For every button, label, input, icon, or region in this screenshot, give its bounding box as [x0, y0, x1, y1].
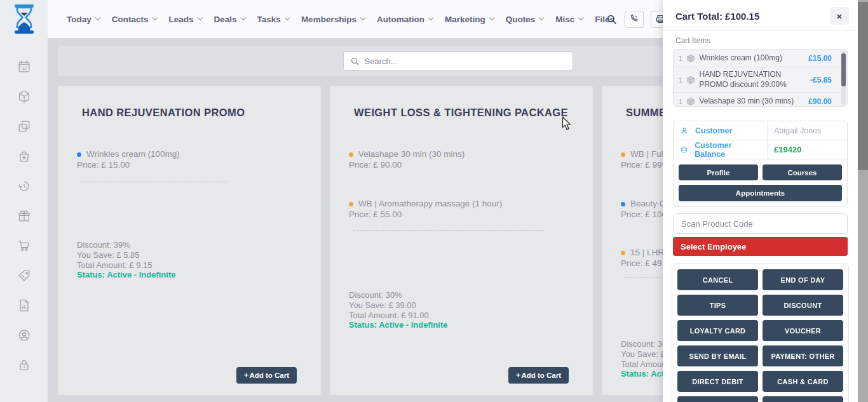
loyalty-card-button[interactable]: LOYALTY CARD	[677, 320, 758, 341]
direct-debit-button[interactable]: DIRECT DEBIT	[677, 371, 758, 392]
search-input[interactable]	[365, 57, 566, 66]
nav-item-leads[interactable]: Leads	[169, 15, 202, 24]
discount-line: Discount: 30%	[349, 290, 448, 300]
divider	[353, 230, 544, 231]
cancel-button[interactable]: CANCEL	[677, 269, 758, 290]
courses-button[interactable]: Courses	[763, 164, 842, 180]
sidebar-item-pos[interactable]	[16, 239, 32, 253]
nav-item-memberships[interactable]: Memberships	[301, 15, 365, 24]
package-line-item: WB | Aromatherapy massage (1 hour) Price…	[349, 199, 502, 220]
nav-item-misc[interactable]: Misc	[555, 15, 583, 24]
cart-header: Cart Total: £100.15 ×	[663, 0, 858, 30]
package-card-hand-rejuvenation: HAND REJUVENATION PROMO Wrinkles cream (…	[58, 86, 321, 395]
scan-product-code-input[interactable]	[673, 213, 848, 234]
cart-items-heading: Cart Items	[675, 36, 845, 45]
nav-item-today[interactable]: Today	[67, 15, 100, 24]
sidebar-item-duplicates[interactable]	[16, 119, 32, 133]
customer-link[interactable]: Customer	[674, 121, 768, 140]
cart-items-scrollbar[interactable]	[841, 51, 846, 105]
nav-item-deals[interactable]: Deals	[214, 15, 245, 24]
page-scrollbar[interactable]	[858, 0, 868, 402]
item-price: -£5.85	[810, 76, 832, 84]
package-icon	[686, 76, 695, 84]
scrollbar-thumb[interactable]	[841, 53, 846, 86]
user-circle-icon	[17, 328, 31, 342]
app-logo[interactable]	[0, 0, 48, 38]
item-price: Price: £ 90.00	[349, 160, 465, 170]
you-save-line: You Save: £ 39.00	[349, 300, 448, 311]
nav-label: Misc	[555, 15, 574, 24]
sidebar-item-security[interactable]	[16, 358, 32, 372]
plus-icon: +	[516, 372, 521, 379]
nav-item-quotes[interactable]: Quotes	[506, 15, 544, 24]
main-nav: Today Contacts Leads Deals Tasks Members…	[67, 0, 614, 38]
send-by-email-button[interactable]: SEND BY EMAIL	[677, 345, 758, 366]
profile-button[interactable]: Profile	[679, 164, 758, 180]
voucher-button[interactable]: VOUCHER	[763, 320, 843, 341]
call-button[interactable]	[625, 11, 644, 28]
sidebar-item-calendar[interactable]: 12	[16, 60, 32, 74]
scrollbar-thumb[interactable]	[858, 2, 868, 170]
cart-item-row[interactable]: 1 Velashape 30 min (30 mins) £90.00	[674, 93, 847, 107]
nav-item-marketing[interactable]: Marketing	[445, 15, 494, 24]
select-employee-button[interactable]: Select Employee	[673, 237, 848, 256]
bullet-orange-icon	[349, 202, 353, 206]
chevron-down-icon	[539, 15, 544, 20]
close-icon[interactable]: ×	[830, 7, 849, 25]
report-icon	[17, 298, 31, 312]
sidebar-item-gifts[interactable]	[16, 209, 32, 223]
appointments-button[interactable]: Appointments	[679, 185, 842, 201]
sidebar-item-products[interactable]	[16, 90, 32, 104]
add-to-cart-button[interactable]: +Add to Cart	[508, 367, 569, 384]
nav-item-contacts[interactable]: Contacts	[112, 15, 157, 24]
end-of-day-button[interactable]: END OF DAY	[763, 269, 843, 290]
phone-icon	[629, 14, 639, 24]
item-price: Price: £ 55.00	[349, 210, 502, 220]
item-qty: 1	[679, 76, 682, 84]
cash-and-card-button[interactable]: CASH & CARD	[763, 371, 843, 392]
add-to-cart-button[interactable]: +Add to Cart	[236, 367, 297, 384]
gift-icon	[17, 209, 31, 223]
payment-other-button[interactable]: PAYMENT: OTHER	[763, 345, 843, 366]
search-box[interactable]	[343, 51, 573, 70]
customer-row: Customer Abigail Jones	[674, 121, 847, 140]
action-button-partial[interactable]	[763, 396, 843, 402]
nav-item-automation[interactable]: Automation	[377, 15, 433, 24]
discount-button[interactable]: DISCOUNT	[763, 295, 843, 316]
sidebar-item-reports[interactable]	[16, 298, 32, 312]
package-card-weight-loss: WEIGHT LOSS & TIGHTENING PACKAGE Velasha…	[330, 86, 593, 395]
package-line-item: Wrinkles cream (100mg) Price: £ 15.00	[77, 149, 180, 170]
search-button[interactable]	[606, 13, 618, 25]
sidebar-item-vouchers[interactable]	[16, 269, 32, 283]
item-price: £15.00	[808, 54, 832, 63]
customer-value[interactable]: Abigail Jones	[768, 121, 847, 140]
copy-icon	[17, 119, 31, 133]
sidebar-item-history[interactable]	[16, 179, 32, 193]
sidebar-item-wishlist[interactable]	[16, 149, 32, 163]
bullet-orange-icon	[621, 251, 625, 255]
action-button-partial[interactable]	[677, 396, 758, 402]
svg-text:12: 12	[22, 66, 27, 70]
bullet-orange-icon	[621, 152, 625, 157]
sidebar-item-account[interactable]	[16, 328, 32, 342]
pos-actions: CANCEL END OF DAY TIPS DISCOUNT LOYALTY …	[672, 264, 849, 402]
customer-balance-link[interactable]: Customer Balance	[674, 140, 768, 159]
hourglass-logo-icon	[11, 3, 37, 35]
nav-label: Memberships	[301, 15, 356, 24]
nav-label: Leads	[169, 15, 194, 24]
chevron-down-icon	[197, 15, 202, 20]
bullet-blue-icon	[77, 152, 81, 157]
status-line: Status: Active - Indefinite	[77, 270, 176, 280]
total-amount-line: Total Amount: £ 91.00	[349, 311, 448, 321]
chevron-down-icon	[240, 15, 245, 20]
chevron-down-icon	[95, 15, 100, 20]
cart-item-row[interactable]: 1 Wrinkles cream (100mg) £15.00	[674, 50, 847, 67]
sidebar-icon-menu: 12	[0, 60, 48, 372]
package-title: WEIGHT LOSS & TIGHTENING PACKAGE	[354, 107, 568, 119]
cart-item-row[interactable]: 1 HAND REJUVENATION PROMO discount 39.00…	[674, 67, 847, 93]
tips-button[interactable]: TIPS	[677, 295, 758, 316]
bullet-orange-icon	[349, 152, 353, 157]
nav-label: Marketing	[445, 15, 485, 24]
cart-icon	[17, 239, 31, 253]
nav-item-tasks[interactable]: Tasks	[257, 15, 289, 24]
